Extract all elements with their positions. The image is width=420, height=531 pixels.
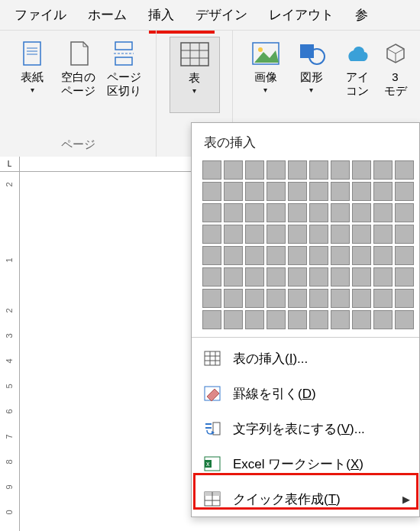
grid-cell[interactable] [245,203,264,222]
grid-cell[interactable] [373,225,393,244]
grid-cell[interactable] [202,160,221,180]
grid-cell[interactable] [309,246,328,265]
grid-cell[interactable] [352,310,371,329]
grid-cell[interactable] [373,160,393,180]
grid-cell[interactable] [352,246,371,265]
grid-cell[interactable] [309,267,328,287]
grid-cell[interactable] [395,246,414,265]
grid-cell[interactable] [288,160,307,180]
grid-cell[interactable] [288,289,307,308]
grid-cell[interactable] [331,289,350,308]
grid-cell[interactable] [224,160,243,180]
grid-cell[interactable] [245,310,264,329]
grid-cell[interactable] [395,289,414,308]
grid-cell[interactable] [309,225,328,244]
grid-cell[interactable] [309,160,328,180]
grid-cell[interactable] [288,182,307,201]
grid-cell[interactable] [373,203,393,222]
grid-cell[interactable] [352,225,371,244]
grid-cell[interactable] [202,203,221,222]
grid-cell[interactable] [395,203,414,222]
grid-cell[interactable] [395,267,414,287]
grid-cell[interactable] [224,246,243,265]
grid-cell[interactable] [288,310,307,329]
grid-cell[interactable] [202,310,221,329]
vertical-ruler[interactable]: 2 1 2 3 4 5 6 7 8 9 0 [0,172,20,531]
tab-insert[interactable]: 挿入 [137,0,185,31]
grid-cell[interactable] [202,267,221,287]
grid-cell[interactable] [288,225,307,244]
page-break-button[interactable]: ページ 区切り [101,37,147,98]
grid-cell[interactable] [331,267,350,287]
grid-cell[interactable] [224,289,243,308]
tab-home[interactable]: ホーム [77,0,137,31]
grid-cell[interactable] [331,182,350,201]
shapes-button[interactable]: 図形 ▾ [289,37,334,98]
grid-cell[interactable] [309,310,328,329]
grid-cell[interactable] [288,246,307,265]
grid-cell[interactable] [224,310,243,329]
grid-cell[interactable] [267,182,286,201]
picture-button[interactable]: 画像 ▾ [243,37,289,98]
cover-page-button[interactable]: 表紙 ▾ [9,37,55,98]
grid-cell[interactable] [352,267,371,287]
table-size-grid[interactable] [192,159,419,335]
grid-cell[interactable] [352,182,371,201]
grid-cell[interactable] [224,182,243,201]
grid-cell[interactable] [224,225,243,244]
grid-cell[interactable] [224,267,243,287]
grid-cell[interactable] [288,267,307,287]
tab-references[interactable]: 参 [344,0,379,31]
grid-cell[interactable] [331,246,350,265]
icons-button[interactable]: アイ コン [334,37,380,98]
grid-cell[interactable] [331,160,350,180]
3d-models-button[interactable]: 3 モデ [380,37,411,98]
grid-cell[interactable] [309,182,328,201]
grid-cell[interactable] [395,310,414,329]
grid-cell[interactable] [309,203,328,222]
grid-cell[interactable] [352,160,371,180]
grid-cell[interactable] [224,203,243,222]
grid-cell[interactable] [245,182,264,201]
grid-cell[interactable] [245,246,264,265]
grid-cell[interactable] [267,225,286,244]
tab-layout[interactable]: レイアウト [258,0,344,31]
tab-design[interactable]: デザイン [185,0,258,31]
grid-cell[interactable] [267,160,286,180]
grid-cell[interactable] [352,289,371,308]
grid-cell[interactable] [331,225,350,244]
grid-cell[interactable] [267,203,286,222]
grid-cell[interactable] [245,225,264,244]
grid-cell[interactable] [202,246,221,265]
grid-cell[interactable] [395,225,414,244]
grid-cell[interactable] [267,267,286,287]
grid-cell[interactable] [267,310,286,329]
grid-cell[interactable] [245,160,264,180]
grid-cell[interactable] [245,289,264,308]
table-button[interactable]: 表 ▾ [170,37,220,113]
text-to-table-item[interactable]: 文字列を表にする(V)... [192,411,419,446]
grid-cell[interactable] [373,289,393,308]
blank-page-button[interactable]: 空白の ページ [55,37,101,98]
grid-cell[interactable] [288,203,307,222]
grid-cell[interactable] [331,310,350,329]
grid-cell[interactable] [373,267,393,287]
grid-cell[interactable] [373,246,393,265]
grid-cell[interactable] [352,203,371,222]
tab-file[interactable]: ファイル [4,0,77,31]
grid-cell[interactable] [245,267,264,287]
grid-cell[interactable] [331,203,350,222]
grid-cell[interactable] [395,182,414,201]
grid-cell[interactable] [267,246,286,265]
excel-spreadsheet-item[interactable]: x Excel ワークシート(X) [192,446,419,481]
insert-table-item[interactable]: 表の挿入(I)... [192,341,419,376]
grid-cell[interactable] [373,310,393,329]
grid-cell[interactable] [309,289,328,308]
grid-cell[interactable] [395,160,414,180]
grid-cell[interactable] [202,289,221,308]
draw-table-item[interactable]: 罫線を引く(D) [192,376,419,411]
grid-cell[interactable] [202,225,221,244]
grid-cell[interactable] [202,182,221,201]
quick-tables-item[interactable]: クイック表作成(T) ▶ [192,481,419,516]
grid-cell[interactable] [267,289,286,308]
